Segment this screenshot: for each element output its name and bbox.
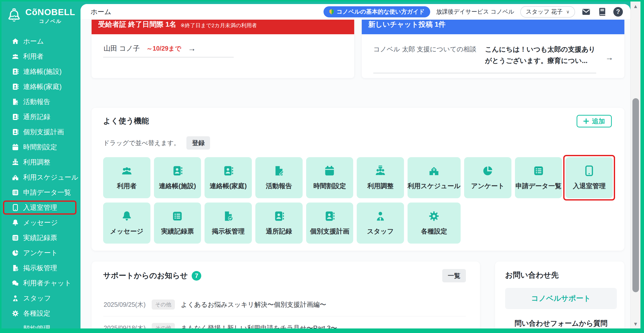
window-frame-top [0,0,644,2]
sidebar-item-survey[interactable]: アンケート [6,247,76,258]
file-pen-icon [273,165,285,177]
feature-tile-timetable[interactable]: 時間割設定 [306,157,353,198]
support-link-label: コノベルサポート [531,293,591,304]
chat-post-row[interactable]: コノベル 太郎 支援についての相談 こんにちは！いつも太郎の支援ありがとうござい… [373,44,613,73]
sidebar-item-home[interactable]: ホーム [6,36,76,47]
scrollbar: ▲ ▼ [630,2,640,328]
sidebar-item-timetable[interactable]: 時間割設定 [6,142,76,153]
feature-tile-usage-schedule[interactable]: 利用スケジュール [408,157,461,198]
feature-tile-usage-adjust[interactable]: 利用調整 [357,157,404,198]
feature-tile-contact-facility[interactable]: 連絡帳(施設) [154,157,201,198]
app-logo[interactable]: CõNOBELL コノベル [2,2,80,26]
school-icon [428,165,440,177]
sidebar-item-contact-family[interactable]: 連絡帳(家庭) [6,81,76,92]
sidebar-item-attendance[interactable]: 通所記録 [6,111,76,122]
sidebar-item-label: 活動報告 [23,97,50,106]
sidebar-item-record-sheet[interactable]: 実績記録票 [6,232,76,243]
sidebar-item-label: 掲示板管理 [23,263,57,273]
scrollbar-thumb[interactable] [632,98,639,292]
table-list-icon [533,165,544,177]
feature-tile-label: メッセージ [110,227,143,236]
conobell-support-link[interactable]: コノベルサポート [505,288,617,309]
help-button[interactable]: ? [613,7,623,17]
scroll-down-arrow[interactable]: ▼ [631,321,640,327]
table-list-icon [172,210,183,222]
sidebar-item-support-plan[interactable]: 個別支援計画 [6,126,76,138]
feature-tile-message[interactable]: メッセージ [103,203,150,244]
feature-tile-label: 時間割設定 [313,182,346,190]
tablet-icon [583,165,595,177]
envelope-icon [581,7,591,17]
sidebar-item-usage-schedule[interactable]: 利用スケジュール [6,172,76,183]
sidebar-item-label: 利用スケジュール [23,173,78,182]
feature-tile-application-data[interactable]: 申請データ一覧 [515,157,562,198]
feature-tile-label: アンケート [471,182,504,190]
feature-tile-record-sheet[interactable]: 実績記録票 [154,203,201,244]
support-news-title: サポートからのお知らせ [103,271,188,281]
address-book-icon [222,165,234,177]
news-item[interactable]: 2025/09/18(木)その他まもなく登場！新しい利用申請をチラ見せ〜Part… [103,316,466,328]
news-item-title: まもなく登場！新しい利用申請をチラ見せ〜Part 3〜 [181,324,337,329]
add-feature-button[interactable]: 追加 [577,115,612,127]
comments-icon [12,279,19,287]
feature-tile-label: 利用者 [117,182,137,190]
feature-tile-attendance[interactable]: 通所記録 [255,203,303,244]
address-book-icon [324,210,335,222]
scroll-up-arrow[interactable]: ▲ [631,4,640,9]
sidebar-item-usage-adjust[interactable]: 利用調整 [6,157,76,168]
sidebar-item-label: 各種設定 [23,309,50,318]
recipient-cert-deadline: ～10/29まで [146,44,181,53]
recipient-cert-user-row[interactable]: 山田 コノ子 ～10/29まで → [103,44,234,57]
mail-button[interactable] [581,7,591,17]
user-tie-icon [375,210,386,222]
sidebar-item-users[interactable]: 利用者 [6,51,76,62]
feature-tile-activity-report[interactable]: 活動報告 [255,157,303,198]
question-mark-icon: ? [616,8,620,15]
recipient-cert-alert-note: ※終了日まで2カ月未満の利用者 [180,20,257,29]
contact-title: お問い合わせ先 [505,270,617,280]
favorite-features-title: よく使う機能 [103,116,613,126]
feature-tile-survey[interactable]: アンケート [464,157,511,198]
feature-tile-support-plan[interactable]: 個別支援計画 [306,203,353,244]
news-item-date: 2025/09/18(木) [104,324,146,329]
feature-tile-label: 申請データ一覧 [515,182,561,190]
window-frame-right [640,0,644,333]
news-list-button[interactable]: 一覧 [442,269,466,282]
staff-dropdown[interactable]: スタッフ 花子 ∨ [520,6,575,18]
file-check-icon [222,210,234,222]
sidebar-item-staff[interactable]: スタッフ [6,293,76,304]
sidebar-item-message[interactable]: メッセージ [6,217,76,228]
sidebar-item-contact-facility[interactable]: 連絡帳(施設) [6,66,76,77]
feature-tile-entry-exit[interactable]: 入退室管理 [566,157,613,198]
sidebar-item-label: メッセージ [23,218,58,227]
sidebar-item-label: 契約管理 [23,324,50,328]
support-news-section: サポートからのお知らせ 7 一覧 2025/09/25(木)その他よくあるお悩み… [92,261,480,328]
sidebar-item-application-data[interactable]: 申請データ一覧 [6,187,76,198]
usage-guide-button[interactable]: コノベルの基本的な使い方ガイド [324,6,430,17]
sidebar-item-board[interactable]: 掲示板管理 [6,262,76,274]
register-button[interactable]: 登録 [186,136,210,150]
file-pen-icon [12,98,19,106]
feature-tile-board[interactable]: 掲示板管理 [205,203,252,244]
sidebar-item-entry-exit[interactable]: 入退室管理 [6,202,76,213]
table-list-icon [12,189,19,196]
manual-button[interactable] [597,7,607,17]
book-icon [597,7,607,17]
sidebar-item-settings[interactable]: 各種設定 [6,308,76,319]
feature-tile-users[interactable]: 利用者 [103,157,150,198]
sidebar-item-user-chat[interactable]: 利用者チャット [6,278,76,289]
feature-tile-staff[interactable]: スタッフ [357,203,404,244]
feature-tile-contact-family[interactable]: 連絡帳(家庭) [205,157,252,198]
feature-tile-settings[interactable]: 各種設定 [408,203,461,244]
recipient-cert-alert-header: 受給者証 終了日間際 1名 ※終了日まで2カ月未満の利用者 [92,20,354,34]
sidebar-item-label: 連絡帳(施設) [23,67,62,76]
feature-tile-label: 活動報告 [266,182,292,190]
school-icon [12,174,19,181]
sidebar-item-label: 個別支援計画 [23,127,64,137]
sidebar-item-contract[interactable]: 契約管理 [6,323,76,328]
news-item[interactable]: 2025/09/25(木)その他よくあるお悩みスッキリ解決〜個別支援計画編〜 [103,293,466,316]
feature-tile-label: 掲示板管理 [212,227,245,236]
bell-mascot-icon [6,8,22,24]
recipient-cert-alert-card: 受給者証 終了日間際 1名 ※終了日まで2カ月未満の利用者 山田 コノ子 ～10… [92,20,354,78]
sidebar-item-activity-report[interactable]: 活動報告 [6,96,76,107]
